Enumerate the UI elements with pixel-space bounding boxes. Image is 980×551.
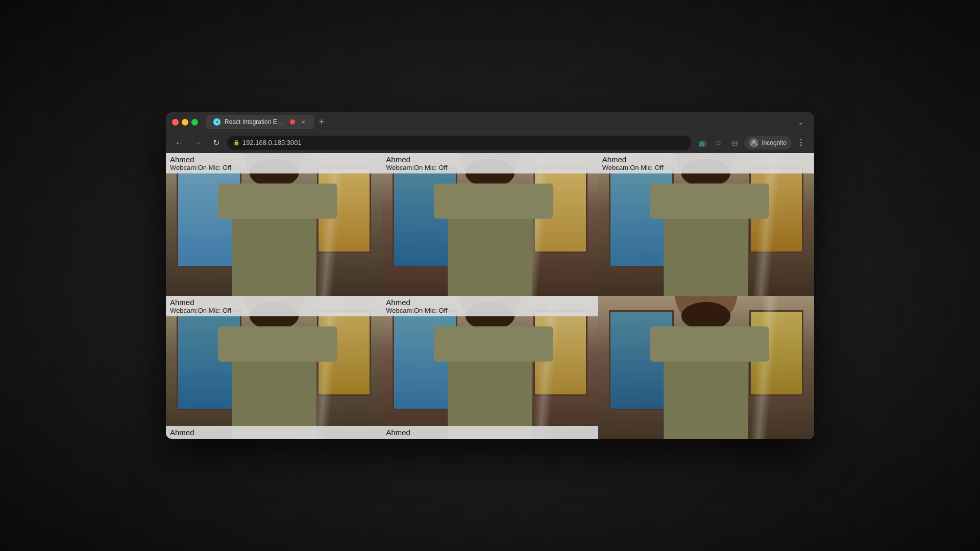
participant-name-3: Ahmed: [170, 298, 378, 307]
nav-bar: ← → ↻ 🔒 192.168.0.185:3001 📺 ☆ ⊟: [166, 132, 814, 153]
new-tab-button[interactable]: +: [314, 115, 329, 129]
star-icon: ☆: [716, 139, 722, 147]
close-button[interactable]: [172, 119, 179, 126]
participant-status-2: Webcam:On Mic: Off: [602, 164, 810, 171]
person-svg-4: [420, 296, 560, 439]
bookmark-button[interactable]: ☆: [712, 136, 726, 150]
participant-name-1: Ahmed: [386, 155, 594, 164]
back-button[interactable]: ←: [172, 136, 186, 150]
minimize-button[interactable]: [182, 119, 188, 126]
svg-rect-60: [650, 327, 769, 362]
participant-name-0: Ahmed: [170, 155, 378, 164]
reload-button[interactable]: ↻: [209, 136, 223, 150]
participant-status-0: Webcam:On Mic: Off: [170, 164, 378, 171]
tab-close-button[interactable]: ✕: [299, 118, 307, 126]
svg-rect-50: [434, 327, 553, 362]
forward-button[interactable]: →: [190, 136, 205, 150]
webcam-2: [598, 153, 814, 296]
participant-status-1: Webcam:On Mic: Off: [386, 164, 594, 171]
cast-button[interactable]: 📺: [695, 136, 709, 150]
cast-icon: 📺: [698, 139, 706, 146]
webcam-1: [382, 153, 598, 296]
participant-status-4: Webcam:On Mic: Off: [386, 307, 594, 314]
participant-status-3: Webcam:On Mic: Off: [170, 307, 378, 314]
bottom-participant-info-4: Ahmed: [382, 426, 598, 439]
webcam-5: [598, 296, 814, 439]
avatar: [749, 138, 758, 147]
person-svg-0: [204, 153, 344, 296]
video-cell-2: Ahmed Webcam:On Mic: Off: [598, 153, 814, 296]
web-content: Ahmed Webcam:On Mic: Off: [166, 153, 814, 439]
participant-info-2: Ahmed Webcam:On Mic: Off: [598, 153, 814, 173]
video-cell-5: [598, 296, 814, 439]
tab-bar: ⚛ React Integration Example ✕ +: [206, 115, 790, 129]
tab-dropdown-button[interactable]: ⌄: [794, 116, 808, 128]
participant-info-3: Ahmed Webcam:On Mic: Off: [166, 296, 382, 316]
svg-point-58: [681, 302, 730, 330]
traffic-lights: [172, 119, 198, 126]
incognito-label: Incognito: [762, 139, 787, 146]
sidebar-button[interactable]: ⊟: [728, 136, 742, 150]
bottom-name-3: Ahmed: [170, 428, 378, 437]
bottom-participant-info-3: Ahmed: [166, 426, 382, 439]
title-bar: ⚛ React Integration Example ✕ + ⌄: [166, 112, 814, 132]
tab-title: React Integration Example: [225, 118, 286, 126]
more-icon: ⋮: [797, 138, 805, 147]
person-svg-1: [420, 153, 560, 296]
bottom-name-4: Ahmed: [386, 428, 594, 437]
recording-indicator: [290, 119, 295, 124]
video-cell-3: Ahmed Webcam:On Mic: Off: [166, 296, 382, 439]
incognito-button[interactable]: Incognito: [744, 136, 792, 149]
video-cell-4: Ahmed Webcam:On Mic: Off: [382, 296, 598, 439]
browser-window: ⚛ React Integration Example ✕ + ⌄ ← → ↻ …: [166, 112, 814, 439]
browser-tab[interactable]: ⚛ React Integration Example ✕: [206, 115, 314, 129]
address-text: 192.168.0.185:3001: [242, 139, 302, 146]
maximize-button[interactable]: [191, 119, 198, 126]
sidebar-icon: ⊟: [732, 139, 738, 147]
svg-rect-30: [650, 184, 769, 219]
participant-info-0: Ahmed Webcam:On Mic: Off: [166, 153, 382, 173]
svg-rect-10: [218, 184, 337, 219]
person-svg-5: [636, 296, 776, 439]
video-cell-1: Ahmed Webcam:On Mic: Off: [382, 153, 598, 296]
svg-rect-20: [434, 184, 553, 219]
webcam-3: [166, 296, 382, 439]
nav-actions: 📺 ☆ ⊟ Incognito ⋮: [695, 136, 808, 150]
person-svg-2: [636, 153, 776, 296]
more-button[interactable]: ⋮: [794, 136, 808, 150]
tab-favicon-icon: ⚛: [213, 118, 220, 126]
participant-name-2: Ahmed: [602, 155, 810, 164]
security-icon: 🔒: [233, 140, 239, 145]
svg-rect-40: [218, 327, 337, 362]
participant-info-4: Ahmed Webcam:On Mic: Off: [382, 296, 598, 316]
participant-name-4: Ahmed: [386, 298, 594, 307]
webcam-4: [382, 296, 598, 439]
person-svg-3: [204, 296, 344, 439]
address-bar[interactable]: 🔒 192.168.0.185:3001: [227, 136, 691, 150]
webcam-0: [166, 153, 382, 296]
participant-info-1: Ahmed Webcam:On Mic: Off: [382, 153, 598, 173]
video-cell-0: Ahmed Webcam:On Mic: Off: [166, 153, 382, 296]
